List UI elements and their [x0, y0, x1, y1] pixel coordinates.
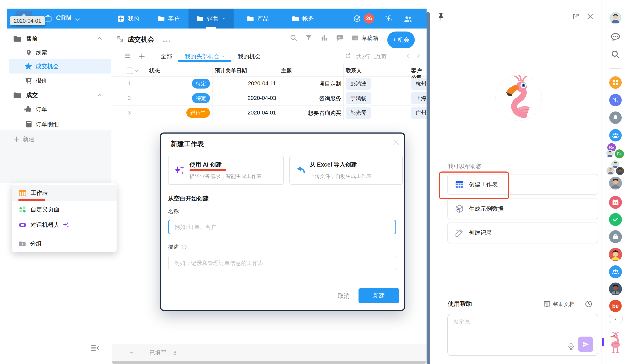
flamingo-mascot[interactable] — [608, 332, 623, 355]
add-view-icon[interactable] — [138, 53, 146, 60]
nav-tab-products[interactable]: 产品 — [246, 8, 269, 28]
panel-divider-bar[interactable] — [427, 12, 430, 364]
ai-shortcut[interactable] — [609, 94, 622, 106]
sidebar-group-deals[interactable]: 成交 — [0, 89, 111, 101]
group-chat-trio[interactable] — [602, 160, 629, 175]
calendar-shortcut[interactable]: 19 — [609, 196, 622, 209]
col-close-date[interactable]: 预计关单日期 — [215, 67, 247, 74]
horizontal-scrollbar[interactable] — [112, 361, 426, 364]
worksheet-desc-input[interactable] — [168, 256, 396, 270]
collapse-strip-button[interactable]: ‹ — [609, 315, 623, 323]
nav-tab-customers[interactable]: 客户 — [157, 8, 180, 28]
next-page-icon[interactable] — [415, 53, 422, 59]
view-list-icon[interactable] — [124, 52, 131, 60]
more-icon[interactable] — [163, 41, 165, 42]
action-create-record[interactable]: 创建记录 — [447, 223, 598, 243]
task-check-icon[interactable] — [353, 14, 361, 22]
chat-bubble-icon[interactable] — [611, 32, 621, 42]
drafts-button[interactable]: 草稿箱 — [351, 34, 378, 42]
app-title[interactable]: CRM — [56, 14, 72, 22]
col-status[interactable]: 状态 — [149, 67, 160, 74]
user-avatar[interactable] — [610, 12, 622, 24]
col-contact[interactable]: 联系人 — [346, 67, 362, 74]
message-input[interactable] — [453, 318, 565, 351]
excel-import-option[interactable]: 从 Excel 导入创建 上传文件，自动生成工作表 — [289, 156, 403, 185]
close-panel-icon[interactable] — [586, 12, 594, 21]
pushpin-icon[interactable] — [436, 12, 446, 21]
expand-icon[interactable] — [116, 35, 124, 43]
sidebar-item-order-details[interactable]: 订单明细 — [0, 118, 111, 131]
sidebar-new-button[interactable]: 新建 — [0, 133, 111, 145]
view-tab-mine[interactable]: 我的机会 — [238, 53, 261, 60]
action-create-worksheet[interactable]: 创建工作表 — [447, 174, 598, 195]
chevron-up-icon[interactable] — [97, 36, 103, 42]
contact-chip[interactable]: 郭光霁 — [346, 107, 371, 119]
apps-grid-shortcut[interactable] — [609, 76, 622, 89]
info-icon[interactable] — [181, 244, 187, 250]
tasks-shortcut[interactable] — [609, 213, 622, 226]
view-tab-all[interactable]: 全部 — [160, 53, 172, 60]
send-button[interactable] — [578, 337, 593, 352]
contact-chip[interactable]: 彭鸿波 — [346, 78, 371, 90]
cancel-button[interactable]: 取消 — [337, 292, 351, 300]
popup-item-chatbot[interactable]: 对话机器人 — [12, 217, 117, 233]
avatar-cartoon[interactable] — [609, 248, 622, 261]
ai-create-option[interactable]: 使用 AI 创建 描述业务需求，智能生成工作表 — [168, 156, 284, 185]
nav-tab-finance[interactable]: 帐务 — [292, 8, 314, 28]
contact-chip[interactable]: 于鸿畅 — [346, 92, 371, 104]
popup-item-worksheet[interactable]: 工作表 — [12, 185, 117, 201]
chevron-down-icon[interactable] — [74, 16, 81, 22]
plus-icon — [13, 136, 20, 143]
members-icon[interactable] — [403, 14, 412, 23]
assistant-avatar — [495, 75, 542, 121]
filter-icon[interactable] — [305, 34, 313, 42]
company-chip[interactable]: 上海丰 — [411, 92, 427, 104]
sidebar-group-presales[interactable]: 售前 — [0, 32, 111, 45]
ai-bolt-icon[interactable] — [384, 14, 393, 23]
view-tab-my-top[interactable]: 我的头部机会 — [185, 53, 225, 60]
discussion-icon[interactable] — [336, 34, 343, 42]
group-chat-ro-fa[interactable]: Ro Fa — [602, 143, 629, 160]
work-shortcut[interactable] — [609, 230, 622, 243]
sidebar-item-opportunities[interactable]: 成交机会 — [9, 59, 111, 74]
badge-be[interactable]: be — [609, 300, 622, 312]
new-opportunity-button[interactable]: + 机会 — [387, 31, 415, 48]
open-in-new-icon[interactable] — [572, 13, 580, 21]
action-generate-sample-data[interactable]: 生成示例数据 — [447, 198, 598, 219]
refresh-icon[interactable] — [344, 53, 351, 59]
notification-badge[interactable]: 26 — [364, 13, 374, 24]
avatar-manager[interactable] — [609, 282, 622, 295]
table-row[interactable]: 2 待定 2020-04-03 咨询服务 于鸿畅 上海丰 — [112, 91, 427, 106]
col-subject[interactable]: 主题 — [281, 67, 292, 74]
history-clock-icon[interactable] — [585, 300, 593, 308]
close-icon[interactable] — [392, 138, 400, 146]
sidebar-item-leads[interactable]: 线索 — [0, 47, 111, 59]
sidebar-item-orders[interactable]: 订单 — [0, 103, 111, 115]
worksheet-name-input[interactable] — [168, 220, 396, 234]
popup-item-group[interactable]: 分组 — [12, 237, 117, 250]
notifications-shortcut[interactable] — [609, 111, 622, 124]
org-shortcut[interactable] — [609, 265, 622, 278]
create-button[interactable]: 新建 — [358, 288, 399, 303]
table-row[interactable]: 1 待定 2020-04-11 项目定制 彭鸿波 杭州复 — [112, 76, 427, 91]
collapse-sidebar-icon[interactable] — [90, 343, 100, 353]
select-all-checkbox[interactable] — [127, 68, 133, 74]
avatar-colleague[interactable] — [609, 177, 622, 189]
strip-search-icon[interactable] — [611, 50, 620, 59]
chevron-up-icon[interactable] — [97, 92, 103, 98]
header-caret-icon[interactable] — [134, 68, 139, 73]
nav-tab-sales[interactable]: 销售 — [188, 8, 234, 28]
sidebar-item-quotes[interactable]: 报价 — [0, 74, 111, 87]
nav-tab-mine[interactable]: 我的 — [117, 8, 139, 28]
popup-item-custom-page[interactable]: 自定义页面 — [12, 201, 117, 217]
chart-icon[interactable] — [320, 34, 328, 42]
prev-page-icon[interactable] — [405, 53, 411, 59]
mic-icon[interactable] — [567, 342, 575, 351]
company-chip[interactable]: 杭州复 — [411, 78, 427, 90]
team-shortcut[interactable] — [609, 129, 622, 141]
help-doc-button[interactable]: 帮助文档 — [543, 300, 575, 308]
summary-icon[interactable]: = — [130, 349, 133, 356]
table-row[interactable]: 3 进行中 2020-04-01 想要咨询购买 郭光霁 广州中 — [112, 105, 427, 120]
company-chip[interactable]: 广州中 — [411, 107, 427, 119]
search-icon[interactable] — [290, 34, 298, 42]
